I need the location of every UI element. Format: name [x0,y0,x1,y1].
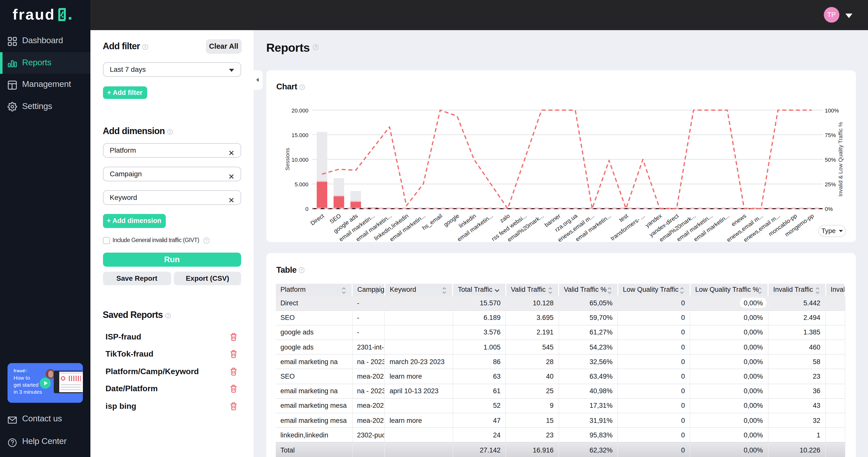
svg-text:google: google [442,213,460,228]
svg-text:25%: 25% [825,181,836,188]
svg-text:15.000: 15.000 [291,132,308,138]
svg-text:Invalid & Low Quality Traffic: Invalid & Low Quality Traffic % [837,122,844,197]
svg-text:mongemo-pp: mongemo-pp [784,213,815,238]
svg-text:5.000: 5.000 [294,181,308,188]
svg-text:0: 0 [305,206,308,212]
svg-text:50%: 50% [825,157,836,163]
svg-text:75%: 75% [825,132,836,138]
svg-text:100%: 100% [825,107,839,114]
svg-text:Direct: Direct [309,213,325,227]
svg-text:20.000: 20.000 [291,107,308,114]
svg-text:0%: 0% [825,206,833,212]
svg-text:Sessions: Sessions [284,148,290,170]
svg-text:zalo: zalo [499,213,511,224]
svg-text:10.000: 10.000 [291,157,308,163]
svg-text:test: test [618,213,629,223]
